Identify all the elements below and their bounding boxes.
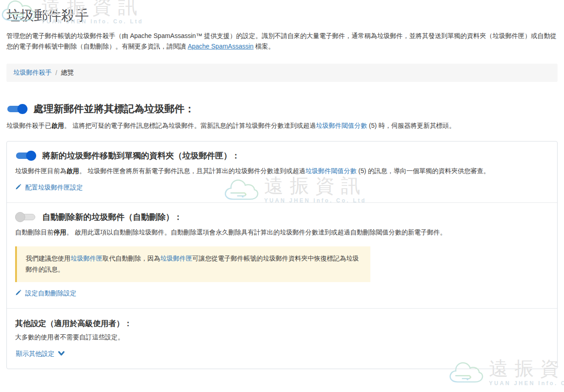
breadcrumb-root-link[interactable]: 垃圾郵件殺手 xyxy=(13,69,52,77)
spam-filter-heading: 處理新郵件並將其標記為垃圾郵件： xyxy=(33,102,195,116)
spam-box-link[interactable]: 垃圾郵件匣 xyxy=(70,255,103,262)
other-settings-text: 大多數的使用者不需要自訂這些設定。 xyxy=(15,333,549,342)
status-disabled: 停用 xyxy=(54,229,66,236)
intro-text: 管理您的電子郵件帳號的垃圾郵件殺手（由 Apache SpamAssassin™… xyxy=(6,32,557,50)
spam-box-toggle[interactable] xyxy=(15,150,36,161)
settings-card: 將新的垃圾郵件移動到單獨的資料夾（垃圾郵件匣）： 垃圾郵件匣目前為啟用。 垃圾郵… xyxy=(6,141,558,369)
recommendation-callout: 我們建議您使用垃圾郵件匣取代自動刪除，因為垃圾郵件匣可讓您從電子郵件帳號的垃圾郵… xyxy=(15,246,370,282)
chevron-down-icon xyxy=(58,350,65,358)
status-enabled: 啟用 xyxy=(66,167,79,174)
section-spam-filter: 處理新郵件並將其標記為垃圾郵件： 垃圾郵件殺手已啟用。 這將把可疑的電子郵件訊息… xyxy=(6,102,558,131)
auto-delete-status-text: 自動刪除目前停用。 啟用此選項以自動刪除垃圾郵件。自動刪除選項會永久刪除具有計算… xyxy=(15,227,549,238)
configure-auto-delete-link[interactable]: 設定自動刪除設定 xyxy=(15,289,76,298)
page-title: 垃圾郵件殺手 xyxy=(6,6,558,24)
threshold-score-link[interactable]: 垃圾郵件閾值分數 xyxy=(305,167,357,174)
status-enabled: 啟用 xyxy=(51,122,64,129)
watermark-subtitle: YUAN JHEN Info. Co. Ltd xyxy=(489,380,564,387)
section-spam-box: 將新的垃圾郵件移動到單獨的資料夾（垃圾郵件匣）： 垃圾郵件匣目前為啟用。 垃圾郵… xyxy=(7,142,557,202)
spam-box-heading: 將新的垃圾郵件移動到單獨的資料夾（垃圾郵件匣）： xyxy=(42,150,240,161)
spam-filter-toggle[interactable] xyxy=(6,103,27,114)
show-other-settings-link[interactable]: 顯示其他設定 xyxy=(16,350,65,358)
auto-delete-heading: 自動刪除新的垃圾郵件（自動刪除）： xyxy=(42,212,182,223)
breadcrumb-current: 總覽 xyxy=(61,69,74,77)
intro-text-after: 檔案。 xyxy=(254,43,275,50)
auto-delete-toggle[interactable] xyxy=(15,212,36,223)
section-other-settings: 其他設定（適用於高級使用者）： 大多數的使用者不需要自訂這些設定。 顯示其他設定 xyxy=(7,308,557,369)
page-description: 管理您的電子郵件帳號的垃圾郵件殺手（由 Apache SpamAssassin™… xyxy=(6,31,558,52)
spam-box-status-text: 垃圾郵件匣目前為啟用。 垃圾郵件匣會將所有新電子郵件訊息，且其計算出的垃圾郵件分… xyxy=(15,166,549,176)
threshold-score-link[interactable]: 垃圾郵件閾值分數 xyxy=(316,122,367,129)
spam-filter-status-text: 垃圾郵件殺手已啟用。 這將把可疑的電子郵件訊息標記為垃圾郵件。當新訊息的計算垃圾… xyxy=(6,120,558,131)
spam-box-link[interactable]: 垃圾郵件匣 xyxy=(160,255,192,262)
section-auto-delete: 自動刪除新的垃圾郵件（自動刪除）： 自動刪除目前停用。 啟用此選項以自動刪除垃圾… xyxy=(7,202,557,308)
pencil-icon xyxy=(15,184,22,191)
pencil-icon xyxy=(15,289,22,297)
other-settings-heading: 其他設定（適用於高級使用者）： xyxy=(15,318,549,329)
spamassassin-doc-link[interactable]: Apache SpamAssassin xyxy=(188,43,254,50)
configure-spam-box-link[interactable]: 配置垃圾郵件匣設定 xyxy=(15,184,83,192)
breadcrumb-separator: / xyxy=(55,69,57,76)
breadcrumb: 垃圾郵件殺手 / 總覽 xyxy=(6,64,558,82)
